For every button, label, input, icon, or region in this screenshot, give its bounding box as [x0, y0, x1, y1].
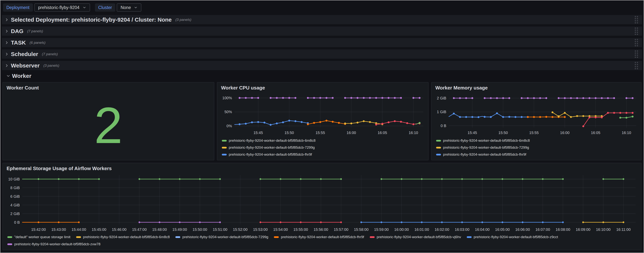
panel-worker-memory-usage: Worker Memory usage 0 B1 GiB2 GiB15:4515…	[431, 82, 642, 160]
legend-label: prehistoric-flyby-9204-worker-default-bf…	[14, 242, 100, 246]
worker-cpu-usage-legend: prehistoric-flyby-9204-worker-default-bf…	[222, 138, 428, 156]
legend-item[interactable]: "default" worker queue storage limit	[7, 235, 70, 239]
row-panel-count: (3 panels)	[176, 18, 191, 22]
chevron-right-icon	[4, 29, 9, 34]
chevron-right-icon	[4, 52, 9, 56]
legend-label: prehistoric-flyby-9204-worker-default-bf…	[377, 235, 461, 239]
chevron-right-icon	[4, 40, 9, 45]
svg-text:15:51:00: 15:51:00	[213, 228, 228, 232]
svg-text:6 GiB: 6 GiB	[10, 194, 20, 198]
svg-text:100%: 100%	[222, 96, 232, 100]
dashboard-row[interactable]: Selected Deployment: prehistoric-flyby-9…	[2, 15, 642, 24]
chevron-down-icon	[134, 6, 138, 10]
row-title: TASK	[11, 40, 26, 46]
dashboard-row[interactable]: Webserver(3 panels)	[2, 61, 642, 70]
row-worker-expanded[interactable]: Worker	[2, 72, 642, 80]
svg-text:1 GiB: 1 GiB	[437, 110, 446, 114]
worker-count-value: 2	[3, 91, 214, 160]
panel-title: Worker Count	[6, 85, 214, 91]
svg-text:15:45: 15:45	[254, 131, 263, 135]
svg-text:16:06:00: 16:06:00	[515, 228, 530, 232]
cluster-variable-select[interactable]: None	[117, 4, 141, 12]
legend-label: prehistoric-flyby-9204-worker-default-bf…	[443, 152, 526, 156]
legend-item[interactable]: prehistoric-flyby-9204-worker-default-bf…	[176, 235, 268, 239]
row-drag-handle[interactable]	[635, 50, 638, 58]
row-panel-count: (3 panels)	[44, 64, 60, 68]
chevron-down-icon	[82, 6, 86, 10]
svg-text:10 GiB: 10 GiB	[8, 177, 20, 181]
panel-worker-cpu-usage: Worker CPU usage 0%50%100%15:4515:5015:5…	[217, 82, 428, 160]
svg-text:16:00:00: 16:00:00	[394, 228, 409, 232]
cluster-variable: Cluster None	[95, 4, 142, 12]
dashboard-row[interactable]: DAG(7 panels)	[2, 26, 642, 36]
worker-memory-usage-legend: prehistoric-flyby-9204-worker-default-bf…	[436, 138, 641, 156]
svg-text:15:49:00: 15:49:00	[172, 228, 187, 232]
legend-item[interactable]: prehistoric-flyby-9204-worker-default-bf…	[274, 235, 364, 239]
row-title: DAG	[11, 28, 24, 34]
svg-text:16:10:00: 16:10:00	[596, 228, 610, 232]
svg-text:15:55: 15:55	[316, 131, 325, 135]
svg-text:15:42:00: 15:42:00	[31, 228, 46, 232]
worker-memory-usage-chart[interactable]: 0 B1 GiB2 GiB15:4515:5015:5516:0016:0516…	[432, 92, 641, 137]
worker-cpu-usage-chart[interactable]: 0%50%100%15:4515:5015:5516:0016:0516:10	[217, 92, 428, 137]
row-drag-handle[interactable]	[635, 62, 638, 69]
deployment-variable-select[interactable]: prehistoric-flyby-9204	[34, 4, 90, 12]
svg-text:16:01:00: 16:01:00	[414, 228, 429, 232]
dashboard-row[interactable]: TASK(6 panels)	[2, 38, 642, 47]
row-drag-handle[interactable]	[635, 39, 638, 46]
panel-ephemeral-storage: Ephemeral Storage Usage of Airflow Worke…	[2, 163, 642, 250]
row-title: Scheduler	[11, 51, 38, 57]
svg-text:16:09:00: 16:09:00	[576, 228, 590, 232]
panel-worker-count: Worker Count 2	[2, 82, 214, 160]
svg-text:16:11:00: 16:11:00	[616, 228, 630, 232]
legend-item[interactable]: prehistoric-flyby-9204-worker-default-bf…	[370, 235, 461, 239]
panel-title: Ephemeral Storage Usage of Airflow Worke…	[6, 166, 641, 172]
legend-item[interactable]: prehistoric-flyby-9204-worker-default-bf…	[436, 146, 641, 150]
svg-text:15:45: 15:45	[468, 131, 477, 135]
svg-text:16:00: 16:00	[346, 131, 356, 135]
worker-panels-grid: Worker Count 2 Worker CPU usage 0%50%100…	[0, 82, 644, 160]
svg-text:15:55:00: 15:55:00	[294, 228, 308, 232]
legend-item[interactable]: prehistoric-flyby-9204-worker-default-bf…	[436, 152, 641, 156]
cluster-variable-label: Cluster	[95, 4, 116, 12]
svg-text:0 B: 0 B	[440, 124, 446, 128]
legend-label: prehistoric-flyby-9204-worker-default-bf…	[83, 235, 170, 239]
svg-text:15:56:00: 15:56:00	[314, 228, 328, 232]
ephemeral-storage-chart[interactable]: 0 B2 GiB4 GiB6 GiB8 GiB10 GiB15:42:0015:…	[3, 172, 641, 234]
cluster-variable-value: None	[120, 5, 131, 10]
dashboard-row[interactable]: Scheduler(7 panels)	[2, 50, 642, 59]
legend-label: prehistoric-flyby-9204-worker-default-bf…	[229, 138, 316, 143]
row-panel-count: (7 panels)	[42, 52, 58, 56]
legend-item[interactable]: prehistoric-flyby-9204-worker-default-bf…	[7, 242, 100, 246]
row-drag-handle[interactable]	[635, 28, 638, 35]
legend-label: prehistoric-flyby-9204-worker-default-bf…	[182, 235, 268, 239]
deployment-variable-label: Deployment	[3, 4, 33, 12]
legend-label: prehistoric-flyby-9204-worker-default-bf…	[443, 146, 529, 150]
legend-item[interactable]: prehistoric-flyby-9204-worker-default-bf…	[222, 152, 428, 156]
legend-item[interactable]: prehistoric-flyby-9204-worker-default-bf…	[436, 138, 641, 143]
ephemeral-storage-legend: "default" worker queue storage limitpreh…	[7, 235, 641, 246]
legend-color-swatch	[222, 147, 227, 148]
panel-title: Worker CPU usage	[221, 85, 428, 91]
svg-text:16:02:00: 16:02:00	[434, 228, 449, 232]
row-drag-handle[interactable]	[635, 16, 638, 23]
row-title: Webserver	[11, 62, 40, 69]
legend-item[interactable]: prehistoric-flyby-9204-worker-default-bf…	[222, 146, 428, 150]
legend-item[interactable]: prehistoric-flyby-9204-worker-default-bf…	[467, 235, 558, 239]
row-title: Selected Deployment: prehistoric-flyby-9…	[11, 16, 172, 23]
legend-label: prehistoric-flyby-9204-worker-default-bf…	[281, 235, 364, 239]
legend-item[interactable]: prehistoric-flyby-9204-worker-default-bf…	[222, 138, 428, 143]
legend-color-swatch	[7, 244, 12, 245]
legend-item[interactable]: prehistoric-flyby-9204-worker-default-bf…	[76, 235, 170, 239]
svg-text:15:55: 15:55	[529, 131, 539, 135]
legend-color-swatch	[7, 236, 12, 238]
svg-text:16:03:00: 16:03:00	[455, 228, 469, 232]
svg-text:15:44:00: 15:44:00	[72, 228, 86, 232]
chevron-right-icon	[4, 18, 9, 22]
svg-text:16:05: 16:05	[378, 131, 387, 135]
svg-text:15:50: 15:50	[498, 131, 508, 135]
svg-text:16:08:00: 16:08:00	[556, 228, 570, 232]
svg-text:15:48:00: 15:48:00	[152, 228, 167, 232]
svg-text:2 GiB: 2 GiB	[437, 96, 446, 100]
panel-title: Worker Memory usage	[435, 85, 641, 91]
